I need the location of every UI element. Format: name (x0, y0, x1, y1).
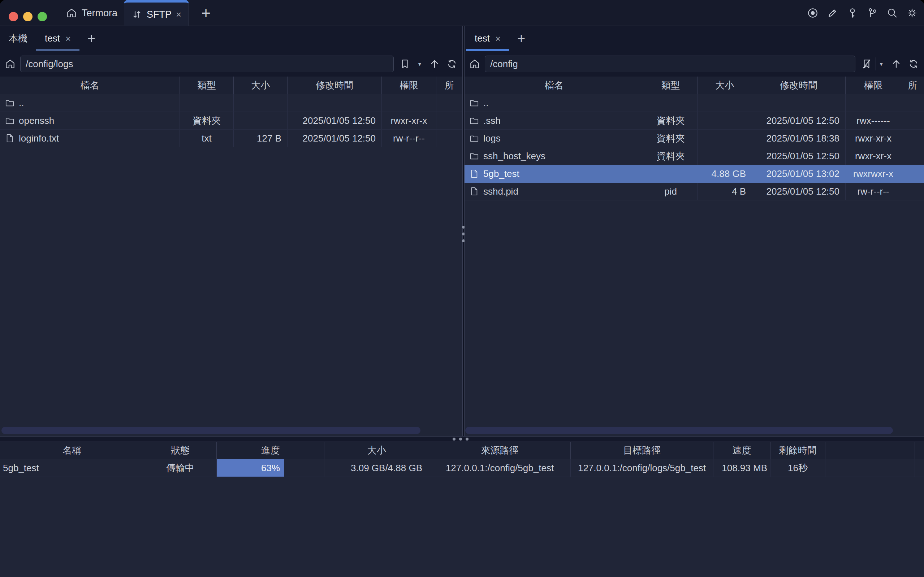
column-header-name[interactable]: 名稱 (0, 442, 144, 459)
file-name: .ssh (483, 115, 501, 126)
cell-perms (846, 94, 901, 111)
left-path-bar: ▾ (0, 51, 462, 77)
file-name: sshd.pid (483, 186, 518, 197)
key-icon[interactable] (847, 8, 858, 18)
left-horizontal-scrollbar[interactable] (2, 427, 421, 434)
cell-owner (901, 112, 924, 129)
keychain-branch-icon[interactable] (867, 8, 878, 18)
cell-owner (436, 130, 462, 147)
transfer-progress-cell: 63% (217, 459, 324, 477)
file-row-parent-dir[interactable]: .. (464, 94, 924, 112)
transfer-splitter[interactable] (0, 436, 924, 442)
search-icon[interactable] (887, 8, 898, 18)
file-row-5gb-test-selected[interactable]: 5gb_test 4.88 GB 2025/01/05 13:02 rwxrwx… (464, 165, 924, 183)
file-row-sshd-pid[interactable]: sshd.pid pid 4 B 2025/01/05 12:50 rw-r--… (464, 183, 924, 200)
column-header-perms[interactable]: 權限 (382, 77, 436, 94)
cell-type: 資料夾 (644, 147, 698, 164)
column-header-status[interactable]: 狀態 (144, 442, 217, 459)
transfer-row-5gb-test[interactable]: 5gb_test 傳輸中 63% 3.09 GB/4.88 GB 127.0.0… (0, 459, 924, 477)
right-refresh-icon[interactable] (907, 58, 920, 70)
left-table-header: 檔名 類型 大小 修改時間 權限 所 (0, 77, 462, 94)
left-bookmark-icon[interactable] (399, 58, 411, 70)
left-refresh-icon[interactable] (446, 58, 458, 70)
edit-pencil-icon[interactable] (827, 8, 838, 18)
close-right-tab-icon[interactable]: × (495, 34, 501, 44)
file-icon (469, 169, 479, 178)
left-tab-local[interactable]: 本機 (0, 26, 36, 51)
column-header-mtime[interactable]: 修改時間 (752, 77, 846, 94)
cell-size (234, 112, 287, 129)
column-header-source[interactable]: 來源路徑 (429, 442, 571, 459)
transfer-source-path: 127.0.0.1:/config/5gb_test (429, 459, 571, 477)
file-row-loginfo[interactable]: loginfo.txt txt 127 B 2025/01/05 12:50 r… (0, 130, 462, 147)
zoom-window-button[interactable] (37, 12, 47, 21)
column-header-size[interactable]: 大小 (324, 442, 429, 459)
cell-perms (382, 94, 436, 111)
column-header-progress[interactable]: 進度 (217, 442, 324, 459)
cell-name: openssh (0, 112, 180, 129)
left-up-directory-icon[interactable] (428, 58, 441, 70)
transfer-table-header: 名稱 狀態 進度 大小 來源路徑 目標路徑 速度 剩餘時間 (0, 442, 924, 459)
column-header-speed[interactable]: 速度 (713, 442, 771, 459)
right-add-tab-button[interactable]: + (509, 26, 533, 51)
cell-name: logs (464, 130, 644, 147)
folder-icon (469, 116, 479, 125)
cell-size (234, 94, 287, 111)
right-tab-test[interactable]: test × (466, 26, 509, 51)
close-window-button[interactable] (9, 12, 18, 21)
column-header-type[interactable]: 類型 (644, 77, 698, 94)
column-header-name[interactable]: 檔名 (464, 77, 644, 94)
minimize-window-button[interactable] (23, 12, 32, 21)
progress-label: 63% (261, 463, 280, 474)
settings-gear-icon[interactable] (907, 8, 918, 18)
column-header-size[interactable]: 大小 (698, 77, 752, 94)
cell-size (698, 112, 752, 129)
right-home-icon[interactable] (464, 58, 485, 69)
new-window-tab-button[interactable]: + (195, 0, 217, 26)
close-sftp-tab-icon[interactable]: × (176, 10, 181, 19)
left-add-tab-button[interactable]: + (79, 26, 103, 51)
cell-mtime: 2025/01/05 12:50 (287, 130, 382, 147)
record-icon[interactable] (807, 8, 818, 18)
column-header-mtime[interactable]: 修改時間 (287, 77, 382, 94)
tab-termora-home[interactable]: Termora (60, 0, 124, 26)
cell-owner (901, 130, 924, 147)
column-header-perms[interactable]: 權限 (846, 77, 901, 94)
cell-type: 資料夾 (180, 112, 234, 129)
tab-sftp[interactable]: SFTP × (124, 0, 189, 26)
right-bookmark-caret-icon[interactable]: ▾ (880, 60, 883, 68)
column-header-remaining[interactable]: 剩餘時間 (771, 442, 826, 459)
file-row-logs[interactable]: logs 資料夾 2025/01/05 18:38 rwxr-xr-x (464, 130, 924, 147)
file-row-ssh-host-keys[interactable]: ssh_host_keys 資料夾 2025/01/05 12:50 rwxr-… (464, 147, 924, 165)
column-header-target[interactable]: 目標路徑 (571, 442, 713, 459)
left-home-icon[interactable] (0, 58, 20, 69)
right-bookmark-slash-icon[interactable] (860, 58, 873, 70)
transfer-splitter-grip[interactable] (453, 438, 469, 440)
sftp-panels: 本機 test × + ▾ (0, 26, 924, 436)
right-table-header: 檔名 類型 大小 修改時間 權限 所 (464, 77, 924, 94)
column-header-size[interactable]: 大小 (234, 77, 287, 94)
cell-size: 4 B (698, 183, 752, 200)
file-icon (5, 134, 15, 143)
cell-owner (436, 112, 462, 129)
file-row-openssh[interactable]: openssh 資料夾 2025/01/05 12:50 rwxr-xr-x (0, 112, 462, 130)
file-row-ssh[interactable]: .ssh 資料夾 2025/01/05 12:50 rwx------ (464, 112, 924, 130)
cell-size: 4.88 GB (698, 165, 752, 182)
column-header-type[interactable]: 類型 (180, 77, 234, 94)
cell-owner (901, 94, 924, 111)
progress-bar: 63% (217, 459, 284, 477)
right-up-directory-icon[interactable] (890, 58, 902, 70)
column-header-owner[interactable]: 所 (901, 77, 924, 94)
file-row-parent-dir[interactable]: .. (0, 94, 462, 112)
cell-mtime: 2025/01/05 12:50 (752, 112, 846, 129)
right-file-panel: test × + ▾ (464, 26, 924, 436)
left-tab-test[interactable]: test × (36, 26, 79, 51)
column-header-owner[interactable]: 所 (436, 77, 462, 94)
right-horizontal-scrollbar[interactable] (465, 427, 893, 434)
divider (876, 57, 876, 71)
left-path-input[interactable] (20, 56, 394, 72)
right-path-input[interactable] (485, 56, 855, 72)
left-bookmark-caret-icon[interactable]: ▾ (418, 60, 421, 68)
column-header-name[interactable]: 檔名 (0, 77, 180, 94)
close-left-tab-icon[interactable]: × (65, 34, 71, 44)
